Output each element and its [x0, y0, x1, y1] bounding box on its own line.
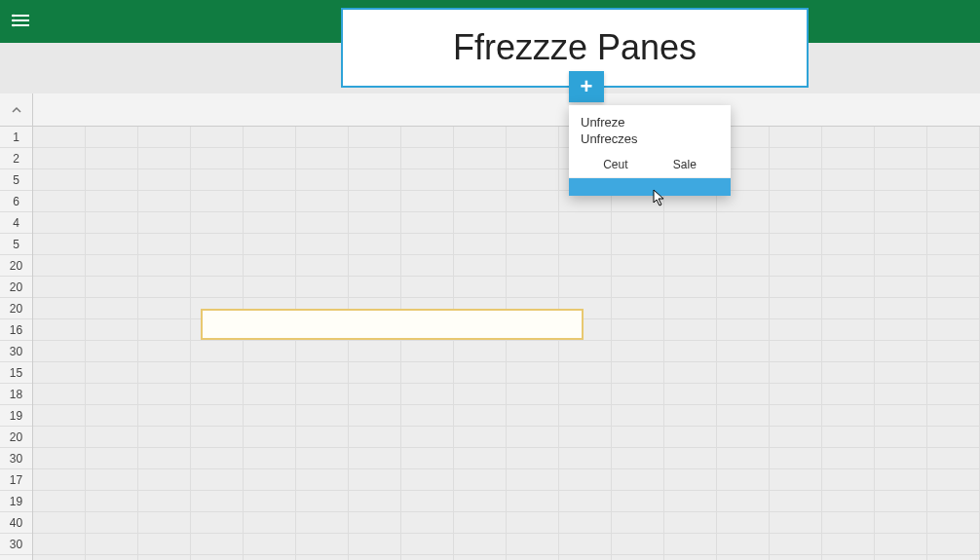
plus-icon: +	[581, 74, 593, 99]
svg-point-4	[13, 19, 16, 22]
row-header[interactable]: 4	[0, 212, 32, 234]
row-header[interactable]: 5	[0, 169, 32, 191]
row-header[interactable]: 20	[0, 277, 32, 298]
row-header[interactable]: 5	[0, 234, 32, 255]
dropdown-actions: Ceut Sale	[569, 154, 731, 178]
row-header[interactable]: 19	[0, 405, 32, 427]
row-header[interactable]: 20	[0, 427, 32, 448]
row-header[interactable]: 17	[0, 469, 32, 491]
row-header[interactable]: 20	[0, 255, 32, 277]
dropdown-action-cut[interactable]: Ceut	[603, 158, 627, 171]
row-header[interactable]: 20	[0, 298, 32, 319]
row-header[interactable]: 30	[0, 448, 32, 469]
add-button[interactable]: +	[569, 71, 604, 102]
menu-icon[interactable]	[12, 12, 29, 32]
svg-point-5	[13, 24, 16, 27]
dropdown-highlighted-item[interactable]	[569, 178, 731, 196]
dropdown-line: Unfreczes	[581, 131, 719, 148]
svg-point-3	[13, 15, 16, 18]
row-header[interactable]: 15	[0, 362, 32, 384]
cell-selection[interactable]	[201, 309, 584, 340]
row-header[interactable]: 18	[0, 384, 32, 405]
column-headers[interactable]	[33, 93, 980, 127]
row-header[interactable]: 16	[0, 319, 32, 341]
cell-grid[interactable]	[33, 127, 980, 560]
row-header[interactable]: 6	[0, 191, 32, 212]
row-header[interactable]: 30	[0, 534, 32, 555]
row-header[interactable]: 19	[0, 491, 32, 512]
select-all-corner[interactable]	[0, 93, 33, 127]
dropdown-description: Unfreze Unfreczes	[569, 105, 731, 154]
dropdown-line: Unfreze	[581, 115, 719, 131]
row-headers: 1 2 5 6 4 5 20 20 20 16 30 15 18 19 20 3…	[0, 127, 33, 560]
context-dropdown: Unfreze Unfreczes Ceut Sale	[569, 105, 731, 196]
row-header[interactable]: 2	[0, 148, 32, 169]
row-header[interactable]: 40	[0, 512, 32, 534]
dropdown-action-sale[interactable]: Sale	[673, 158, 697, 171]
row-header[interactable]: 30	[0, 341, 32, 362]
page-title: Ffrezzze Panes	[453, 27, 697, 68]
row-header[interactable]: 1	[0, 127, 32, 148]
